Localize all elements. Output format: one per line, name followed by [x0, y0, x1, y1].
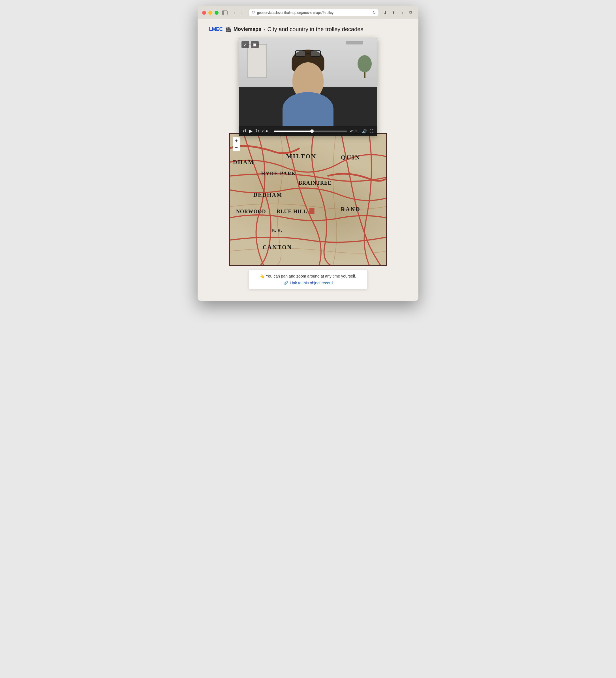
map-roads: [230, 134, 386, 265]
play-button[interactable]: ▶: [249, 128, 253, 134]
fullscreen-button[interactable]: ⛶: [370, 129, 373, 134]
progress-thumb: [310, 129, 314, 133]
page-header: LMEC 🎬 Moviemaps › City and country in t…: [209, 26, 407, 33]
object-record-link[interactable]: 🔗 Link to this object record: [255, 281, 361, 285]
address-bar[interactable]: 🛡 geoservices.leventhalmap.org/movie-map…: [248, 9, 379, 16]
plant-stem: [364, 72, 365, 78]
map-image: DHAM MILTON QUIN HYDE PARK BRAINTREE DED…: [230, 134, 386, 265]
browser-titlebar: ‹ › 🛡 geoservices.leventhalmap.org/movie…: [198, 6, 418, 19]
pip-icon[interactable]: ▣: [251, 41, 259, 48]
map-container[interactable]: DHAM MILTON QUIN HYDE PARK BRAINTREE DED…: [229, 133, 387, 266]
zoom-out-button[interactable]: −: [233, 144, 240, 151]
share-button[interactable]: ⬆: [391, 10, 397, 16]
volume-button[interactable]: 🔊: [362, 129, 367, 134]
glasses-left-frame: [295, 50, 305, 57]
forward-button[interactable]: ›: [239, 10, 245, 16]
browser-window: ‹ › 🛡 geoservices.leventhalmap.org/movie…: [198, 6, 418, 301]
expand-icon[interactable]: ⤢: [241, 41, 249, 48]
zoom-in-button[interactable]: +: [233, 137, 240, 144]
page-content: LMEC 🎬 Moviemaps › City and country in t…: [198, 19, 418, 301]
link-icon: 🔗: [283, 281, 288, 285]
plant-leaves: [357, 55, 372, 72]
fast-forward-button[interactable]: ↻: [255, 128, 259, 134]
rewind-button[interactable]: ↺: [243, 128, 246, 134]
svg-rect-0: [309, 208, 314, 214]
info-box: 👆 You can pan and zoom around at any tim…: [248, 270, 368, 290]
ceiling-fan: [346, 41, 363, 44]
traffic-lights: [202, 11, 219, 15]
minimize-button[interactable]: [208, 11, 212, 15]
security-icon: 🛡: [252, 10, 255, 15]
video-player[interactable]: ⤢ ▣ ↺ ▶ ↻ 2:56 -2:51 🔊 ⛶: [239, 38, 377, 136]
time-remaining: -2:51: [350, 129, 359, 133]
progress-bar[interactable]: [274, 130, 347, 132]
plant-area: [357, 55, 372, 78]
time-current: 2:56: [262, 129, 271, 133]
progress-fill: [274, 130, 312, 132]
pan-zoom-text: 👆 You can pan and zoom around at any tim…: [255, 274, 361, 278]
logo-icon: 🎬: [225, 26, 231, 33]
glasses: [295, 50, 321, 57]
video-controls: ↺ ▶ ↻ 2:56 -2:51 🔊 ⛶: [239, 126, 377, 136]
maximize-button[interactable]: [215, 11, 219, 15]
sidebar-toggle-button[interactable]: [222, 10, 228, 15]
close-button[interactable]: [202, 11, 206, 15]
download-button[interactable]: ⬇: [382, 10, 388, 16]
logo-lmec[interactable]: LMEC: [209, 26, 223, 32]
browser-actions: ⬇ ⬆ + ⧉: [382, 10, 414, 16]
page-title: City and country in the trolley decades: [267, 26, 363, 33]
new-tab-button[interactable]: +: [399, 10, 406, 16]
refresh-icon[interactable]: ↻: [373, 10, 376, 15]
breadcrumb-arrow: ›: [264, 27, 265, 32]
door-frame: [247, 44, 267, 78]
url-text: geoservices.leventhalmap.org/movie-maps/…: [257, 11, 371, 15]
map-zoom-controls: + −: [233, 137, 240, 151]
logo-moviemaps[interactable]: Moviemaps: [234, 26, 261, 32]
back-button[interactable]: ‹: [231, 10, 237, 16]
tabs-button[interactable]: ⧉: [408, 10, 414, 16]
browser-nav: ‹ ›: [231, 10, 245, 16]
link-text: Link to this object record: [290, 281, 333, 285]
video-frame: ⤢ ▣: [239, 38, 377, 126]
video-overlay-icons: ⤢ ▣: [241, 41, 259, 48]
glasses-bridge: [307, 53, 309, 54]
main-container: ⤢ ▣ ↺ ▶ ↻ 2:56 -2:51 🔊 ⛶: [209, 38, 407, 290]
person-shirt: [282, 92, 334, 126]
glasses-right-frame: [311, 50, 321, 57]
